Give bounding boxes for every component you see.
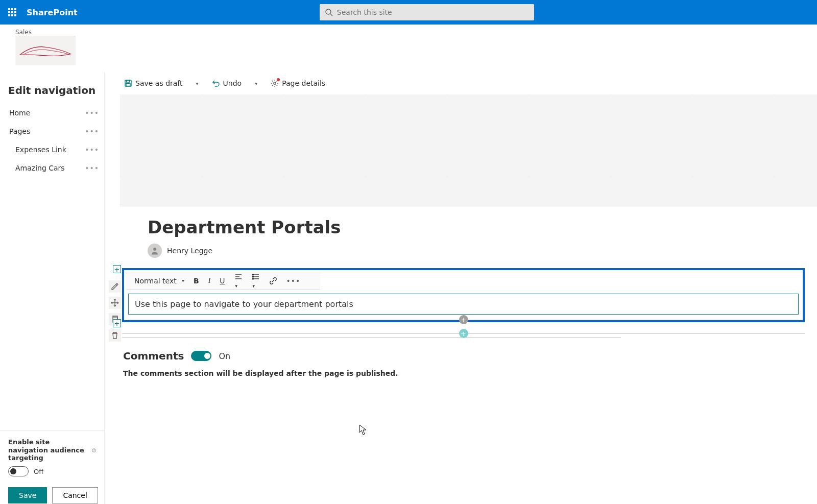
text-style-dropdown[interactable]: Normal text ▾	[131, 277, 187, 285]
edit-navigation-title: Edit navigation	[0, 72, 104, 104]
save-icon	[124, 79, 132, 87]
toggle-state-label: Off	[34, 468, 43, 475]
nav-item-amazing-cars[interactable]: Amazing Cars •••	[0, 159, 104, 177]
avatar	[148, 244, 162, 258]
comments-toggle-state: On	[219, 351, 230, 361]
add-webpart-button[interactable]: +	[459, 315, 468, 324]
svg-point-8	[274, 82, 276, 84]
align-button[interactable]: ▾	[231, 273, 246, 289]
svg-point-0	[326, 9, 331, 14]
page-author[interactable]: Henry Legge	[148, 244, 802, 258]
svg-point-19	[252, 278, 253, 279]
undo-chevron[interactable]: ▾	[249, 75, 263, 91]
audience-targeting-toggle[interactable]: Off	[8, 466, 43, 476]
svg-rect-6	[127, 80, 130, 82]
delete-webpart-button[interactable]	[109, 329, 121, 342]
align-icon	[234, 273, 243, 281]
save-draft-chevron[interactable]: ▾	[190, 75, 205, 91]
more-icon[interactable]: •••	[85, 164, 99, 172]
app-launcher-icon	[8, 8, 16, 16]
add-section-button[interactable]: +	[113, 319, 121, 327]
text-webpart-selected: Normal text ▾ B I U ▾ ▾ •••	[122, 268, 805, 322]
info-icon[interactable]	[92, 446, 96, 454]
edit-icon	[111, 282, 119, 291]
underline-button[interactable]: U	[217, 277, 228, 285]
nav-save-button[interactable]: Save	[8, 487, 47, 503]
nav-item-label: Pages	[9, 127, 30, 135]
site-breadcrumb[interactable]: Sales	[15, 29, 809, 36]
svg-point-18	[252, 276, 253, 277]
nav-cancel-button[interactable]: Cancel	[52, 487, 98, 503]
list-button[interactable]: ▾	[249, 273, 263, 289]
cmd-label: Undo	[223, 79, 242, 87]
nav-item-expenses-link[interactable]: Expenses Link •••	[0, 140, 104, 159]
search-icon	[325, 8, 333, 16]
app-name[interactable]: SharePoint	[27, 8, 78, 17]
site-logo[interactable]	[15, 36, 76, 65]
command-bar: Save as draft ▾ Undo ▾ Page details	[115, 72, 817, 94]
page-canvas: Save as draft ▾ Undo ▾ Page details Depa…	[105, 72, 817, 504]
comments-toggle[interactable]	[191, 351, 211, 361]
undo-icon	[212, 79, 220, 87]
title-region: Department Portals Henry Legge	[120, 207, 817, 265]
comments-heading: Comments	[123, 350, 184, 362]
move-webpart-button[interactable]	[109, 297, 121, 309]
edit-navigation-panel: Edit navigation Home ••• Pages ••• Expen…	[0, 72, 105, 504]
svg-line-1	[330, 14, 332, 16]
cursor-icon	[359, 424, 368, 436]
search-box	[320, 4, 534, 20]
nav-item-pages[interactable]: Pages •••	[0, 122, 104, 140]
more-icon[interactable]: •••	[85, 127, 99, 135]
search-input[interactable]	[320, 4, 534, 20]
svg-point-17	[252, 274, 253, 275]
nav-item-label: Expenses Link	[15, 146, 66, 154]
comments-region: Comments On The comments section will be…	[120, 338, 817, 382]
chevron-down-icon: ▾	[182, 278, 184, 283]
link-button[interactable]	[266, 277, 280, 285]
rte-toolbar: Normal text ▾ B I U ▾ ▾ •••	[126, 272, 320, 290]
rte-more-button[interactable]: •••	[283, 277, 304, 285]
cmd-label: Save as draft	[135, 79, 183, 87]
author-name: Henry Legge	[167, 247, 212, 255]
text-webpart-editor[interactable]: Use this page to navigate to your depart…	[128, 294, 799, 315]
edit-webpart-button[interactable]	[109, 280, 121, 293]
page-hero[interactable]	[120, 94, 817, 207]
chevron-down-icon: ▾	[254, 81, 258, 86]
app-launcher-button[interactable]	[0, 0, 25, 25]
more-icon[interactable]: •••	[85, 109, 99, 117]
trash-icon	[111, 331, 119, 340]
svg-rect-7	[126, 84, 130, 86]
undo-button[interactable]: Undo	[207, 75, 247, 91]
cmd-label: Page details	[282, 79, 325, 87]
webpart-side-toolbar	[109, 280, 121, 342]
site-header: Sales	[0, 25, 817, 72]
add-section-button[interactable]: +	[113, 265, 121, 273]
bold-button[interactable]: B	[190, 277, 202, 285]
page-details-button[interactable]: Page details	[266, 75, 330, 91]
add-webpart-divider: +	[128, 320, 799, 320]
move-icon	[111, 299, 119, 307]
notification-dot	[277, 78, 280, 81]
nav-item-label: Home	[9, 109, 30, 117]
nav-item-home[interactable]: Home •••	[0, 104, 104, 122]
page-title[interactable]: Department Portals	[148, 217, 802, 237]
text-style-label: Normal text	[134, 277, 177, 285]
canvas-section: + Normal text ▾ B I U	[113, 265, 817, 324]
list-icon	[252, 273, 260, 281]
comments-note: The comments section will be displayed a…	[123, 369, 802, 377]
svg-point-9	[153, 248, 156, 251]
more-icon[interactable]: •••	[85, 146, 99, 154]
save-as-draft-button[interactable]: Save as draft	[119, 75, 188, 91]
section-divider: +	[122, 333, 805, 334]
nav-item-label: Amazing Cars	[15, 164, 65, 172]
add-section-plus[interactable]: +	[459, 329, 468, 338]
link-icon	[269, 277, 277, 285]
audience-targeting-label: Enable site navigation audience targetin…	[8, 438, 96, 462]
suite-header: SharePoint	[0, 0, 817, 25]
svg-point-4	[94, 449, 94, 449]
italic-button[interactable]: I	[205, 277, 214, 285]
chevron-down-icon: ▾	[195, 81, 200, 86]
